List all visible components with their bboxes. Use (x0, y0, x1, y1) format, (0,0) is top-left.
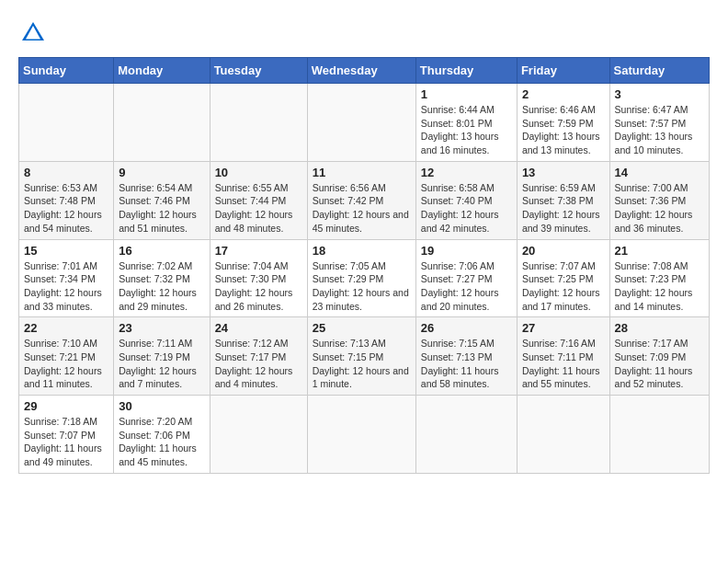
day-info: Sunrise: 7:20 AMSunset: 7:06 PMDaylight:… (119, 415, 204, 469)
day-info: Sunrise: 7:00 AMSunset: 7:36 PMDaylight:… (615, 181, 704, 236)
day-info: Sunrise: 6:55 AMSunset: 7:44 PMDaylight:… (215, 181, 302, 236)
calendar-day: 12Sunrise: 6:58 AMSunset: 7:40 PMDayligh… (415, 161, 517, 239)
calendar-day: 11Sunrise: 6:56 AMSunset: 7:42 PMDayligh… (307, 161, 415, 239)
calendar-week-row: 22Sunrise: 7:10 AMSunset: 7:21 PMDayligh… (19, 317, 710, 396)
calendar-day: 19Sunrise: 7:06 AMSunset: 7:27 PMDayligh… (415, 239, 517, 317)
calendar-day: 1Sunrise: 6:44 AMSunset: 8:01 PMDaylight… (415, 84, 517, 162)
calendar-day (19, 84, 114, 162)
day-info: Sunrise: 7:13 AMSunset: 7:15 PMDaylight:… (313, 337, 411, 391)
day-info: Sunrise: 7:08 AMSunset: 7:23 PMDaylight:… (615, 259, 704, 314)
day-number: 11 (313, 166, 411, 179)
calendar-day (307, 396, 415, 474)
day-number: 1 (421, 87, 512, 101)
day-number: 16 (119, 244, 204, 258)
day-info: Sunrise: 7:07 AMSunset: 7:25 PMDaylight:… (522, 259, 605, 314)
calendar-day: 3Sunrise: 6:47 AMSunset: 7:57 PMDaylight… (609, 84, 709, 162)
calendar-week-row: 1Sunrise: 6:44 AMSunset: 8:01 PMDaylight… (19, 84, 710, 162)
calendar-day: 17Sunrise: 7:04 AMSunset: 7:30 PMDayligh… (210, 239, 307, 317)
day-number: 15 (24, 244, 108, 258)
day-number: 30 (119, 399, 204, 413)
day-number: 27 (522, 321, 605, 335)
day-number: 14 (615, 166, 704, 179)
day-number: 12 (421, 166, 512, 179)
day-info: Sunrise: 7:06 AMSunset: 7:27 PMDaylight:… (421, 259, 512, 314)
calendar-day: 23Sunrise: 7:11 AMSunset: 7:19 PMDayligh… (114, 317, 210, 396)
day-info: Sunrise: 7:01 AMSunset: 7:34 PMDaylight:… (24, 259, 108, 314)
calendar-day: 2Sunrise: 6:46 AMSunset: 7:59 PMDaylight… (517, 84, 609, 162)
calendar-day: 28Sunrise: 7:17 AMSunset: 7:09 PMDayligh… (609, 317, 709, 396)
calendar-day: 24Sunrise: 7:12 AMSunset: 7:17 PMDayligh… (210, 317, 307, 396)
header-wednesday: Wednesday (307, 58, 415, 84)
day-info: Sunrise: 6:58 AMSunset: 7:40 PMDaylight:… (421, 181, 512, 236)
calendar-day: 15Sunrise: 7:01 AMSunset: 7:34 PMDayligh… (19, 239, 114, 317)
logo-icon (18, 18, 48, 48)
header-saturday: Saturday (609, 58, 709, 84)
calendar-day: 30Sunrise: 7:20 AMSunset: 7:06 PMDayligh… (114, 396, 210, 474)
day-number: 22 (24, 321, 108, 335)
calendar-day (307, 84, 415, 162)
day-number: 13 (522, 166, 605, 179)
calendar-day (210, 84, 307, 162)
day-info: Sunrise: 6:54 AMSunset: 7:46 PMDaylight:… (119, 181, 204, 236)
header-sunday: Sunday (19, 58, 114, 84)
day-number: 29 (24, 399, 108, 413)
calendar-header-row: SundayMondayTuesdayWednesdayThursdayFrid… (19, 58, 710, 84)
day-number: 28 (615, 321, 704, 335)
page-header (18, 18, 710, 48)
day-number: 19 (421, 244, 512, 258)
logo (18, 18, 51, 48)
calendar-day: 26Sunrise: 7:15 AMSunset: 7:13 PMDayligh… (415, 317, 517, 396)
calendar-table: SundayMondayTuesdayWednesdayThursdayFrid… (18, 57, 710, 474)
day-info: Sunrise: 6:56 AMSunset: 7:42 PMDaylight:… (313, 181, 411, 236)
calendar-day: 29Sunrise: 7:18 AMSunset: 7:07 PMDayligh… (19, 396, 114, 474)
day-number: 8 (24, 166, 108, 179)
day-number: 21 (615, 244, 704, 258)
day-info: Sunrise: 6:59 AMSunset: 7:38 PMDaylight:… (522, 181, 605, 236)
day-info: Sunrise: 7:11 AMSunset: 7:19 PMDaylight:… (119, 337, 204, 391)
calendar-day (415, 396, 517, 474)
calendar-day: 14Sunrise: 7:00 AMSunset: 7:36 PMDayligh… (609, 161, 709, 239)
day-info: Sunrise: 6:53 AMSunset: 7:48 PMDaylight:… (24, 181, 108, 236)
calendar-day: 16Sunrise: 7:02 AMSunset: 7:32 PMDayligh… (114, 239, 210, 317)
day-number: 20 (522, 244, 605, 258)
day-number: 25 (313, 321, 411, 335)
day-number: 18 (313, 244, 411, 258)
day-info: Sunrise: 7:02 AMSunset: 7:32 PMDaylight:… (119, 259, 204, 314)
calendar-day (210, 396, 307, 474)
calendar-day: 9Sunrise: 6:54 AMSunset: 7:46 PMDaylight… (114, 161, 210, 239)
day-info: Sunrise: 6:47 AMSunset: 7:57 PMDaylight:… (615, 103, 704, 157)
day-number: 17 (215, 244, 302, 258)
day-info: Sunrise: 7:17 AMSunset: 7:09 PMDaylight:… (615, 337, 704, 391)
header-monday: Monday (114, 58, 210, 84)
day-number: 26 (421, 321, 512, 335)
day-number: 23 (119, 321, 204, 335)
day-info: Sunrise: 7:12 AMSunset: 7:17 PMDaylight:… (215, 337, 302, 391)
calendar-day (517, 396, 609, 474)
day-number: 2 (522, 87, 605, 101)
day-number: 3 (615, 87, 704, 101)
day-number: 9 (119, 166, 204, 179)
calendar-day: 13Sunrise: 6:59 AMSunset: 7:38 PMDayligh… (517, 161, 609, 239)
header-thursday: Thursday (415, 58, 517, 84)
calendar-day (114, 84, 210, 162)
header-friday: Friday (517, 58, 609, 84)
day-info: Sunrise: 6:44 AMSunset: 8:01 PMDaylight:… (421, 103, 512, 157)
day-info: Sunrise: 7:16 AMSunset: 7:11 PMDaylight:… (522, 337, 605, 391)
calendar-day: 8Sunrise: 6:53 AMSunset: 7:48 PMDaylight… (19, 161, 114, 239)
day-number: 10 (215, 166, 302, 179)
calendar-day: 21Sunrise: 7:08 AMSunset: 7:23 PMDayligh… (609, 239, 709, 317)
day-info: Sunrise: 7:15 AMSunset: 7:13 PMDaylight:… (421, 337, 512, 391)
day-info: Sunrise: 7:18 AMSunset: 7:07 PMDaylight:… (24, 415, 108, 469)
calendar-week-row: 29Sunrise: 7:18 AMSunset: 7:07 PMDayligh… (19, 396, 710, 474)
calendar-day: 18Sunrise: 7:05 AMSunset: 7:29 PMDayligh… (307, 239, 415, 317)
calendar-day (609, 396, 709, 474)
header-tuesday: Tuesday (210, 58, 307, 84)
day-info: Sunrise: 7:04 AMSunset: 7:30 PMDaylight:… (215, 259, 302, 314)
calendar-week-row: 15Sunrise: 7:01 AMSunset: 7:34 PMDayligh… (19, 239, 710, 317)
day-info: Sunrise: 7:05 AMSunset: 7:29 PMDaylight:… (313, 259, 411, 314)
calendar-day: 25Sunrise: 7:13 AMSunset: 7:15 PMDayligh… (307, 317, 415, 396)
calendar-day: 22Sunrise: 7:10 AMSunset: 7:21 PMDayligh… (19, 317, 114, 396)
calendar-day: 27Sunrise: 7:16 AMSunset: 7:11 PMDayligh… (517, 317, 609, 396)
day-info: Sunrise: 7:10 AMSunset: 7:21 PMDaylight:… (24, 337, 108, 391)
calendar-day: 20Sunrise: 7:07 AMSunset: 7:25 PMDayligh… (517, 239, 609, 317)
